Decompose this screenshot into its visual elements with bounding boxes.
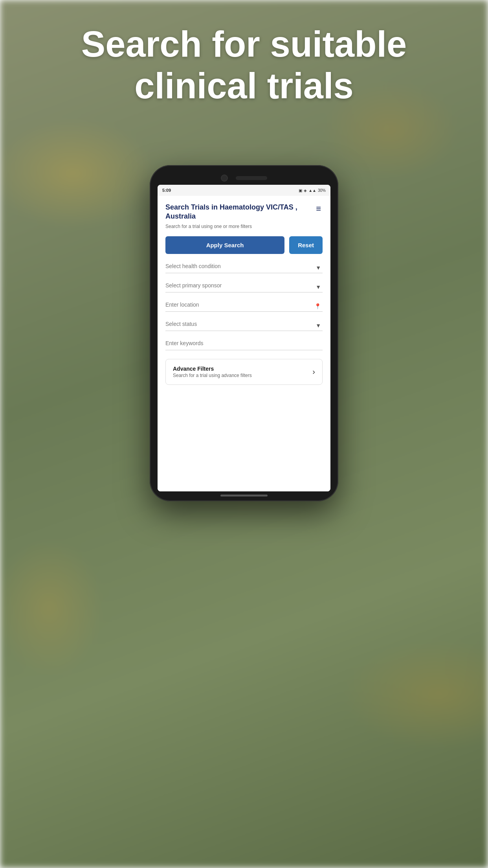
health-condition-input[interactable] [165,263,323,269]
health-condition-field: ▼ [165,263,323,273]
primary-sponsor-field: ▼ [165,282,323,292]
phone-speaker [236,176,267,180]
apply-search-button[interactable]: Apply Search [165,236,284,254]
app-content: Search Trials in Haematology VIC/TAS , A… [158,196,330,491]
status-field: ▼ [165,320,323,331]
advance-filters-text: Advance Filters Search for a trial using… [173,366,252,378]
hero-title-line1: Search for suitable [81,24,407,64]
location-field: 📍 [165,301,323,312]
status-input[interactable] [165,321,323,327]
advance-filters-chevron-icon: › [312,367,315,376]
location-input[interactable] [165,302,323,308]
hero-title-line2: clinical trials [134,66,353,106]
reset-button[interactable]: Reset [289,236,323,254]
keywords-field [165,340,323,350]
phone-screen: 5:09 ▣ ◈ ▲▲ 30% Search Trials in Haemato… [158,185,330,491]
hamburger-icon[interactable]: ≡ [314,203,323,215]
advance-filters-card[interactable]: Advance Filters Search for a trial using… [165,359,323,385]
advance-filters-subtitle: Search for a trial using advance filters [173,373,252,378]
button-row: Apply Search Reset [165,236,323,254]
phone-camera-area [150,171,338,183]
advance-filters-title: Advance Filters [173,366,252,372]
status-icons: ▣ ◈ ▲▲ 30% [299,188,326,193]
phone-shell: 5:09 ▣ ◈ ▲▲ 30% Search Trials in Haemato… [150,165,338,501]
app-header: Search Trials in Haematology VIC/TAS , A… [165,203,323,221]
location-pin-icon: 📍 [314,303,321,309]
status-time: 5:09 [162,188,171,193]
app-title: Search Trials in Haematology VIC/TAS , A… [165,203,314,221]
phone-camera [221,175,228,182]
hero-title: Search for suitable clinical trials [0,24,488,107]
status-dropdown-icon: ▼ [316,322,321,329]
phone-home-bar [220,495,268,497]
app-subtitle: Search for a trial using one or more fil… [165,224,323,229]
status-bar: 5:09 ▣ ◈ ▲▲ 30% [158,185,330,196]
primary-sponsor-input[interactable] [165,282,323,289]
primary-sponsor-dropdown-icon: ▼ [316,284,321,290]
health-condition-dropdown-icon: ▼ [316,265,321,271]
keywords-input[interactable] [165,340,323,346]
